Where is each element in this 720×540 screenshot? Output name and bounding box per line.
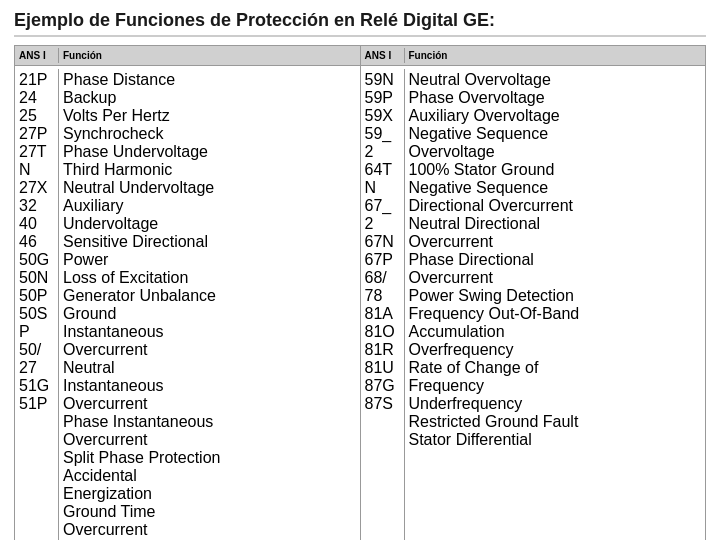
slide-title: Ejemplo de Funciones de Protección en Re… — [14, 10, 706, 37]
right-table-body: 59N 59P 59X 59_ 2 64T N 67_ 2 67N 67P 68… — [361, 66, 706, 540]
left-table-header: ANS I Función — [15, 46, 360, 66]
right-funcion-header: Función — [405, 48, 706, 63]
right-ansi-header: ANS I — [361, 48, 405, 63]
right-table-section: ANS I Función 59N 59P 59X 59_ 2 64T N 67… — [361, 46, 706, 540]
main-content: ANS I Función 21P 24 25 27P 27T N 27X 32… — [14, 45, 706, 540]
left-functions: Phase Distance Backup Volts Per Hertz Sy… — [59, 69, 360, 540]
slide: Ejemplo de Funciones de Protección en Re… — [0, 0, 720, 540]
left-ansi-codes: 21P 24 25 27P 27T N 27X 32 40 46 50G 50N… — [15, 69, 59, 540]
left-table-body: 21P 24 25 27P 27T N 27X 32 40 46 50G 50N… — [15, 66, 360, 540]
right-functions: Neutral Overvoltage Phase Overvoltage Au… — [405, 69, 706, 540]
left-table-section: ANS I Función 21P 24 25 27P 27T N 27X 32… — [15, 46, 361, 540]
left-funcion-header: Función — [59, 48, 360, 63]
left-ansi-header: ANS I — [15, 48, 59, 63]
right-ansi-codes: 59N 59P 59X 59_ 2 64T N 67_ 2 67N 67P 68… — [361, 69, 405, 540]
right-table-header: ANS I Función — [361, 46, 706, 66]
